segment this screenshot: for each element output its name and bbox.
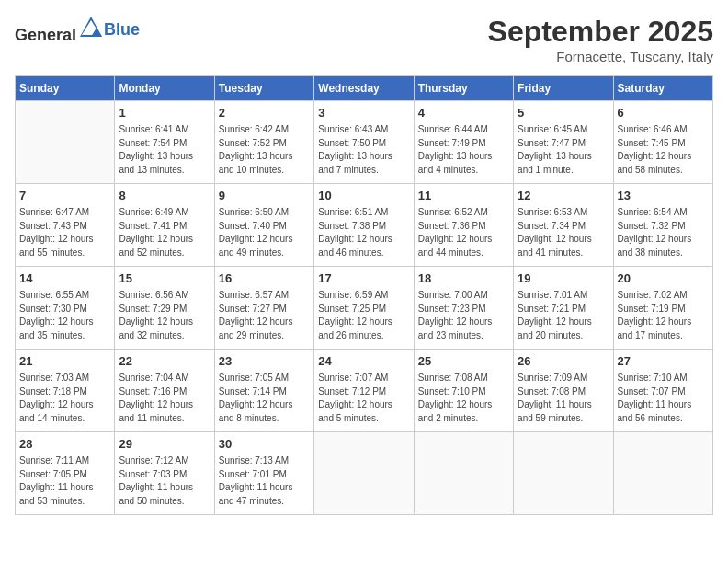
calendar-cell: 15Sunrise: 6:56 AM Sunset: 7:29 PM Dayli… bbox=[115, 267, 214, 350]
day-number: 10 bbox=[318, 188, 409, 204]
day-info: Sunrise: 6:47 AM Sunset: 7:43 PM Dayligh… bbox=[19, 206, 110, 259]
logo-icon bbox=[78, 15, 104, 40]
calendar-cell: 16Sunrise: 6:57 AM Sunset: 7:27 PM Dayli… bbox=[214, 267, 313, 350]
day-info: Sunrise: 7:03 AM Sunset: 7:18 PM Dayligh… bbox=[19, 372, 110, 425]
day-number: 12 bbox=[518, 188, 609, 204]
calendar-cell: 20Sunrise: 7:02 AM Sunset: 7:19 PM Dayli… bbox=[613, 267, 712, 350]
calendar-cell bbox=[16, 101, 115, 184]
day-info: Sunrise: 7:13 AM Sunset: 7:01 PM Dayligh… bbox=[219, 454, 310, 508]
day-info: Sunrise: 7:12 AM Sunset: 7:03 PM Dayligh… bbox=[119, 454, 210, 508]
day-number: 13 bbox=[618, 188, 709, 204]
weekday-header-tuesday: Tuesday bbox=[214, 76, 313, 101]
calendar-cell bbox=[314, 432, 414, 515]
day-info: Sunrise: 7:10 AM Sunset: 7:07 PM Dayligh… bbox=[618, 372, 709, 425]
day-number: 6 bbox=[618, 105, 709, 121]
day-info: Sunrise: 6:44 AM Sunset: 7:49 PM Dayligh… bbox=[418, 123, 509, 177]
calendar-week-4: 21Sunrise: 7:03 AM Sunset: 7:18 PM Dayli… bbox=[16, 350, 713, 432]
day-number: 2 bbox=[219, 105, 310, 121]
calendar-week-5: 28Sunrise: 7:11 AM Sunset: 7:05 PM Dayli… bbox=[16, 432, 713, 515]
day-number: 9 bbox=[219, 188, 310, 204]
day-info: Sunrise: 6:53 AM Sunset: 7:34 PM Dayligh… bbox=[518, 206, 609, 259]
day-info: Sunrise: 6:50 AM Sunset: 7:40 PM Dayligh… bbox=[219, 206, 310, 259]
day-info: Sunrise: 6:42 AM Sunset: 7:52 PM Dayligh… bbox=[219, 123, 310, 177]
day-number: 7 bbox=[19, 188, 110, 204]
calendar-cell: 11Sunrise: 6:52 AM Sunset: 7:36 PM Dayli… bbox=[414, 184, 513, 267]
day-info: Sunrise: 6:45 AM Sunset: 7:47 PM Dayligh… bbox=[518, 123, 609, 177]
day-number: 22 bbox=[119, 353, 210, 370]
day-info: Sunrise: 7:00 AM Sunset: 7:23 PM Dayligh… bbox=[418, 289, 509, 342]
calendar-cell: 22Sunrise: 7:04 AM Sunset: 7:16 PM Dayli… bbox=[115, 350, 214, 432]
calendar-cell: 27Sunrise: 7:10 AM Sunset: 7:07 PM Dayli… bbox=[613, 350, 712, 432]
weekday-header-friday: Friday bbox=[514, 76, 613, 101]
calendar-cell: 29Sunrise: 7:12 AM Sunset: 7:03 PM Dayli… bbox=[115, 432, 214, 515]
day-number: 29 bbox=[119, 436, 210, 453]
day-number: 14 bbox=[19, 270, 110, 287]
calendar-cell: 26Sunrise: 7:09 AM Sunset: 7:08 PM Dayli… bbox=[514, 350, 613, 432]
weekday-header-monday: Monday bbox=[115, 76, 214, 101]
calendar-cell: 3Sunrise: 6:43 AM Sunset: 7:50 PM Daylig… bbox=[314, 101, 414, 184]
logo-general: General bbox=[15, 26, 76, 44]
day-info: Sunrise: 7:11 AM Sunset: 7:05 PM Dayligh… bbox=[19, 454, 110, 508]
day-number: 11 bbox=[418, 188, 509, 204]
day-info: Sunrise: 6:41 AM Sunset: 7:54 PM Dayligh… bbox=[119, 123, 210, 177]
calendar-cell: 2Sunrise: 6:42 AM Sunset: 7:52 PM Daylig… bbox=[214, 101, 313, 184]
calendar-cell: 13Sunrise: 6:54 AM Sunset: 7:32 PM Dayli… bbox=[613, 184, 712, 267]
logo-blue: Blue bbox=[104, 20, 140, 40]
day-number: 21 bbox=[19, 353, 110, 370]
day-number: 8 bbox=[119, 188, 210, 204]
calendar-cell: 5Sunrise: 6:45 AM Sunset: 7:47 PM Daylig… bbox=[514, 101, 613, 184]
weekday-header-saturday: Saturday bbox=[613, 76, 712, 101]
day-number: 18 bbox=[418, 270, 509, 287]
calendar-cell bbox=[414, 432, 513, 515]
day-number: 27 bbox=[618, 353, 709, 370]
weekday-header-thursday: Thursday bbox=[414, 76, 513, 101]
title-area: September 2025 Fornacette, Tuscany, Ital… bbox=[488, 15, 713, 64]
calendar-cell: 17Sunrise: 6:59 AM Sunset: 7:25 PM Dayli… bbox=[314, 267, 414, 350]
calendar-table: SundayMondayTuesdayWednesdayThursdayFrid… bbox=[15, 75, 713, 515]
day-number: 5 bbox=[518, 105, 609, 121]
calendar-cell: 6Sunrise: 6:46 AM Sunset: 7:45 PM Daylig… bbox=[613, 101, 712, 184]
calendar-week-1: 1Sunrise: 6:41 AM Sunset: 7:54 PM Daylig… bbox=[16, 101, 713, 184]
day-info: Sunrise: 7:01 AM Sunset: 7:21 PM Dayligh… bbox=[518, 289, 609, 342]
logo: General Blue bbox=[15, 15, 140, 45]
day-info: Sunrise: 6:49 AM Sunset: 7:41 PM Dayligh… bbox=[119, 206, 210, 259]
day-number: 23 bbox=[219, 353, 310, 370]
location-subtitle: Fornacette, Tuscany, Italy bbox=[488, 49, 713, 64]
day-info: Sunrise: 6:56 AM Sunset: 7:29 PM Dayligh… bbox=[119, 289, 210, 342]
page-header: General Blue September 2025 Fornacette, … bbox=[15, 15, 713, 64]
calendar-cell: 25Sunrise: 7:08 AM Sunset: 7:10 PM Dayli… bbox=[414, 350, 513, 432]
day-info: Sunrise: 6:54 AM Sunset: 7:32 PM Dayligh… bbox=[618, 206, 709, 259]
day-info: Sunrise: 6:57 AM Sunset: 7:27 PM Dayligh… bbox=[219, 289, 310, 342]
day-info: Sunrise: 7:05 AM Sunset: 7:14 PM Dayligh… bbox=[219, 372, 310, 425]
day-info: Sunrise: 7:04 AM Sunset: 7:16 PM Dayligh… bbox=[119, 372, 210, 425]
day-number: 26 bbox=[518, 353, 609, 370]
day-number: 15 bbox=[119, 270, 210, 287]
day-info: Sunrise: 7:08 AM Sunset: 7:10 PM Dayligh… bbox=[418, 372, 509, 425]
day-number: 30 bbox=[219, 436, 310, 453]
calendar-week-3: 14Sunrise: 6:55 AM Sunset: 7:30 PM Dayli… bbox=[16, 267, 713, 350]
calendar-cell: 18Sunrise: 7:00 AM Sunset: 7:23 PM Dayli… bbox=[414, 267, 513, 350]
day-info: Sunrise: 6:59 AM Sunset: 7:25 PM Dayligh… bbox=[318, 289, 409, 342]
calendar-cell: 1Sunrise: 6:41 AM Sunset: 7:54 PM Daylig… bbox=[115, 101, 214, 184]
day-info: Sunrise: 7:09 AM Sunset: 7:08 PM Dayligh… bbox=[518, 372, 609, 425]
day-info: Sunrise: 6:55 AM Sunset: 7:30 PM Dayligh… bbox=[19, 289, 110, 342]
day-info: Sunrise: 7:02 AM Sunset: 7:19 PM Dayligh… bbox=[618, 289, 709, 342]
day-number: 16 bbox=[219, 270, 310, 287]
calendar-cell: 10Sunrise: 6:51 AM Sunset: 7:38 PM Dayli… bbox=[314, 184, 414, 267]
day-info: Sunrise: 7:07 AM Sunset: 7:12 PM Dayligh… bbox=[318, 372, 409, 425]
day-info: Sunrise: 6:52 AM Sunset: 7:36 PM Dayligh… bbox=[418, 206, 509, 259]
calendar-cell: 24Sunrise: 7:07 AM Sunset: 7:12 PM Dayli… bbox=[314, 350, 414, 432]
calendar-cell: 19Sunrise: 7:01 AM Sunset: 7:21 PM Dayli… bbox=[514, 267, 613, 350]
day-number: 3 bbox=[318, 105, 409, 121]
calendar-cell: 30Sunrise: 7:13 AM Sunset: 7:01 PM Dayli… bbox=[214, 432, 313, 515]
calendar-cell: 14Sunrise: 6:55 AM Sunset: 7:30 PM Dayli… bbox=[16, 267, 115, 350]
weekday-header-row: SundayMondayTuesdayWednesdayThursdayFrid… bbox=[16, 76, 713, 101]
calendar-cell: 8Sunrise: 6:49 AM Sunset: 7:41 PM Daylig… bbox=[115, 184, 214, 267]
calendar-cell: 28Sunrise: 7:11 AM Sunset: 7:05 PM Dayli… bbox=[16, 432, 115, 515]
month-title: September 2025 bbox=[488, 15, 713, 49]
calendar-cell: 9Sunrise: 6:50 AM Sunset: 7:40 PM Daylig… bbox=[214, 184, 313, 267]
calendar-cell: 4Sunrise: 6:44 AM Sunset: 7:49 PM Daylig… bbox=[414, 101, 513, 184]
day-number: 28 bbox=[19, 436, 110, 453]
day-number: 25 bbox=[418, 353, 509, 370]
weekday-header-sunday: Sunday bbox=[16, 76, 115, 101]
